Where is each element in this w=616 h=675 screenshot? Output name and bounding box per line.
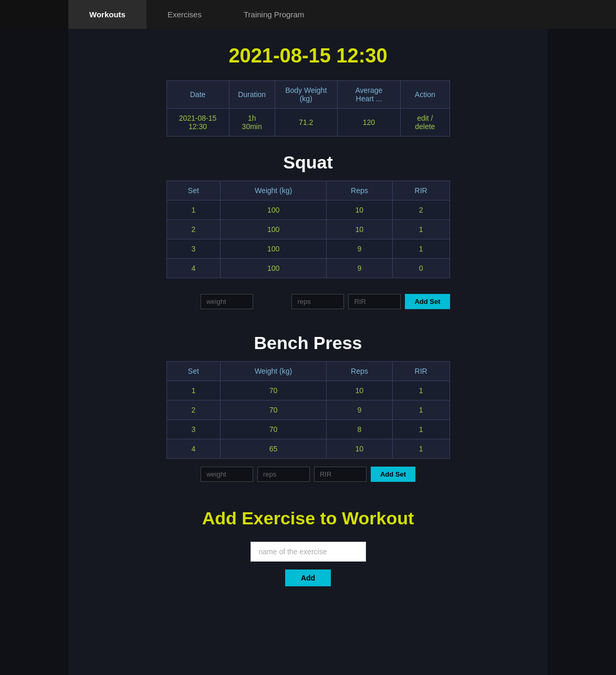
- tab-training-program[interactable]: Training Program: [223, 0, 325, 29]
- cell-action[interactable]: edit / delete: [401, 109, 450, 136]
- col-header-date: Date: [166, 81, 229, 109]
- cell-set: 4: [166, 259, 221, 278]
- main-content: 2021-08-15 12:30 Date Duration Body Weig…: [68, 29, 548, 675]
- squat-weight-input[interactable]: [201, 294, 253, 309]
- bench-col-rir: RIR: [392, 362, 450, 381]
- cell-set: 2: [166, 400, 221, 420]
- cell-reps: 10: [327, 201, 393, 220]
- squat-sets-table: Set Weight (kg) Reps RIR 110010221001013…: [166, 181, 450, 278]
- table-row: 410090: [166, 259, 450, 278]
- nav-bar: Workouts Exercises Training Program: [0, 0, 616, 29]
- cell-duration: 1h 30min: [229, 109, 275, 136]
- table-row: 27091: [166, 400, 450, 420]
- col-header-duration: Duration: [229, 81, 275, 109]
- exercise-title-bench-press: Bench Press: [79, 333, 537, 353]
- squat-col-set: Set: [166, 181, 221, 201]
- squat-rir-input[interactable]: [348, 294, 401, 309]
- squat-add-set-row: Add Set: [166, 286, 450, 317]
- cell-rir: 1: [392, 220, 450, 239]
- table-row: 310091: [166, 239, 450, 259]
- add-exercise-title: Add Exercise to Workout: [79, 508, 537, 529]
- add-exercise-section: Add Exercise to Workout Add: [79, 508, 537, 586]
- nav-right: [325, 0, 616, 29]
- squat-col-reps: Reps: [327, 181, 393, 201]
- add-exercise-button[interactable]: Add: [285, 569, 331, 586]
- table-row: 1100102: [166, 201, 450, 220]
- bench-col-reps: Reps: [327, 362, 393, 381]
- cell-reps: 8: [327, 420, 393, 439]
- app-container: Workouts Exercises Training Program 2021…: [0, 0, 616, 675]
- cell-set: 1: [166, 201, 221, 220]
- tab-exercises[interactable]: Exercises: [147, 0, 223, 29]
- squat-reps-input[interactable]: [291, 294, 344, 309]
- cell-reps: 10: [327, 381, 393, 400]
- bench-sets-table: Set Weight (kg) Reps RIR 170101270913708…: [166, 361, 450, 459]
- table-row: 170101: [166, 381, 450, 400]
- cell-rir: 1: [392, 439, 450, 459]
- cell-set: 3: [166, 420, 221, 439]
- nav-left: [0, 0, 68, 29]
- squat-add-set-button[interactable]: Add Set: [405, 294, 450, 309]
- cell-reps: 9: [327, 259, 393, 278]
- squat-col-rir: RIR: [392, 181, 450, 201]
- cell-weight: 100: [221, 239, 327, 259]
- cell-avg-heart: 120: [337, 109, 400, 136]
- exercise-title-squat: Squat: [79, 152, 537, 173]
- cell-rir: 0: [392, 259, 450, 278]
- cell-rir: 1: [392, 400, 450, 420]
- cell-reps: 9: [327, 239, 393, 259]
- cell-weight: 100: [221, 201, 327, 220]
- bench-weight-input[interactable]: [201, 467, 253, 482]
- workout-info-table: Date Duration Body Weight (kg) Average H…: [166, 80, 450, 136]
- cell-set: 2: [166, 220, 221, 239]
- cell-weight: 100: [221, 220, 327, 239]
- bench-rir-input[interactable]: [314, 467, 367, 482]
- bench-reps-input[interactable]: [257, 467, 310, 482]
- table-row: 2021-08-15 12:30 1h 30min 71.2 120 edit …: [166, 109, 450, 136]
- cell-weight: 70: [221, 381, 327, 400]
- bench-add-set-row: Add Set: [166, 467, 450, 482]
- cell-rir: 1: [392, 420, 450, 439]
- table-row: 2100101: [166, 220, 450, 239]
- cell-weight: 70: [221, 400, 327, 420]
- squat-col-weight: Weight (kg): [221, 181, 327, 201]
- cell-body-weight: 71.2: [275, 109, 337, 136]
- cell-set: 1: [166, 381, 221, 400]
- cell-rir: 1: [392, 239, 450, 259]
- exercise-name-input[interactable]: [250, 542, 366, 562]
- cell-reps: 10: [327, 220, 393, 239]
- cell-set: 4: [166, 439, 221, 459]
- table-row: 465101: [166, 439, 450, 459]
- cell-rir: 1: [392, 381, 450, 400]
- cell-weight: 70: [221, 420, 327, 439]
- table-row: 37081: [166, 420, 450, 439]
- cell-weight: 65: [221, 439, 327, 459]
- cell-weight: 100: [221, 259, 327, 278]
- bench-add-set-button[interactable]: Add Set: [371, 467, 415, 482]
- bench-col-set: Set: [166, 362, 221, 381]
- bench-col-weight: Weight (kg): [221, 362, 327, 381]
- col-header-action: Action: [401, 81, 450, 109]
- cell-rir: 2: [392, 201, 450, 220]
- cell-date: 2021-08-15 12:30: [166, 109, 229, 136]
- cell-reps: 10: [327, 439, 393, 459]
- cell-reps: 9: [327, 400, 393, 420]
- col-header-avg-heart: Average Heart ...: [337, 81, 400, 109]
- col-header-body-weight: Body Weight (kg): [275, 81, 337, 109]
- workout-title: 2021-08-15 12:30: [79, 45, 537, 67]
- cell-set: 3: [166, 239, 221, 259]
- tab-workouts[interactable]: Workouts: [68, 0, 147, 29]
